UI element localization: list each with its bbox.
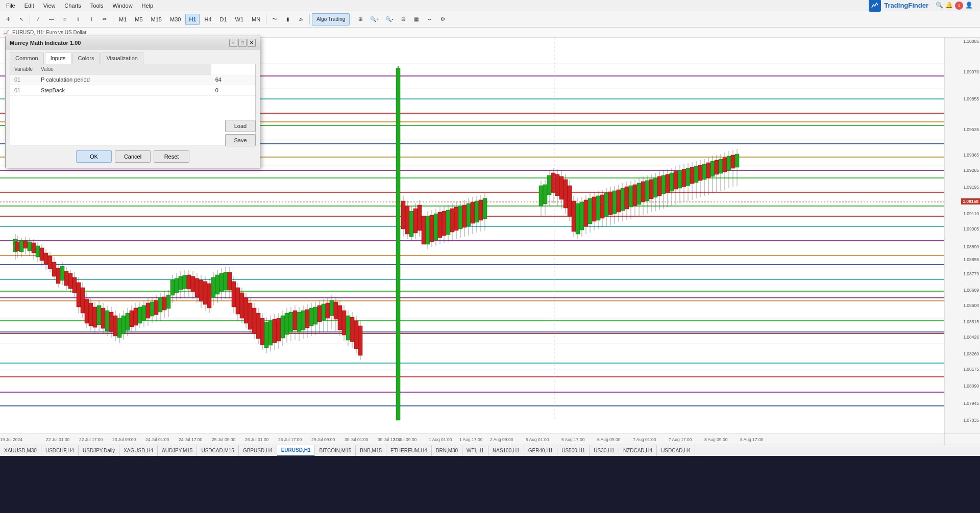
tab-us30-h1[interactable]: US30,H1 [590, 445, 619, 456]
close-button[interactable]: ✕ [248, 39, 256, 47]
menu-file[interactable]: File [2, 2, 19, 10]
tab-usdchf-h4[interactable]: USDCHF,H4 [41, 445, 79, 456]
chart-type-bar[interactable]: ▮ [282, 13, 294, 25]
channel-tool[interactable]: ⫴ [72, 13, 84, 25]
zoom-in-btn[interactable]: 🔍+ [368, 13, 382, 25]
reset-button[interactable]: Reset [154, 150, 189, 163]
indicators-btn[interactable]: ⩕ [295, 13, 307, 25]
menu-tools[interactable]: Tools [86, 2, 108, 10]
volumes-btn[interactable]: ▦ [410, 13, 423, 25]
menu-window[interactable]: Window [108, 2, 136, 10]
search-icon[interactable]: 🔍 [936, 2, 943, 10]
ok-button[interactable]: OK [76, 150, 112, 163]
svg-rect-229 [426, 216, 430, 244]
svg-rect-285 [592, 197, 596, 221]
chart-type-line[interactable]: 〜 [268, 13, 281, 25]
time-15: 1 Aug 17:00 [459, 437, 482, 442]
tf-m1[interactable]: M1 [115, 14, 130, 25]
svg-rect-205 [342, 311, 346, 335]
maximize-button[interactable]: □ [238, 39, 247, 47]
hline-tool[interactable]: ≡ [59, 13, 71, 25]
tab-usdjpy-daily[interactable]: USDJPY,Daily [79, 445, 119, 456]
menu-edit[interactable]: Edit [20, 2, 38, 10]
tab-brn-m30[interactable]: BRN,M30 [432, 445, 462, 456]
user-icon[interactable]: 👤 [965, 2, 973, 10]
tab-visualization[interactable]: Visualization [101, 53, 143, 64]
tf-h4[interactable]: H4 [201, 14, 215, 25]
objects-btn[interactable]: ⊞ [354, 13, 366, 25]
tab-bitcoin-m15[interactable]: BITCOIN,M15 [315, 445, 356, 456]
row2-value[interactable]: 0 [211, 85, 255, 96]
svg-rect-163 [256, 313, 260, 339]
load-button[interactable]: Load [225, 120, 256, 132]
tab-gbpusd-h4[interactable]: GBPUSD,H4 [239, 445, 277, 456]
tf-m30[interactable]: M30 [166, 14, 184, 25]
save-button[interactable]: Save [225, 134, 256, 146]
svg-rect-185 [301, 311, 305, 330]
algo-trading-btn[interactable]: Algo Trading [312, 13, 350, 25]
row2-idx: 01 [10, 85, 37, 96]
tf-w1[interactable]: W1 [232, 14, 248, 25]
separator-3 [266, 14, 266, 24]
menu-bar: File Edit View Charts Tools Window Help … [0, 0, 980, 11]
tab-nzdcad-h4[interactable]: NZDCAD,H4 [619, 445, 657, 456]
menu-help[interactable]: Help [138, 2, 158, 10]
price-2: 1.09970 [963, 69, 979, 74]
tab-common[interactable]: Common [10, 53, 44, 64]
draw-tool[interactable]: ✏ [99, 13, 111, 25]
tab-xagusd-h4[interactable]: XAGUSD,H4 [119, 445, 158, 456]
svg-rect-177 [285, 313, 289, 335]
svg-rect-207 [346, 316, 350, 340]
table-row: 01 StepBack 0 [10, 85, 255, 96]
tf-h1[interactable]: H1 [185, 14, 200, 25]
svg-rect-165 [260, 318, 264, 345]
tab-eurusd-h1[interactable]: EURUSD,H1 [277, 445, 315, 456]
notification-badge: 1 [955, 2, 963, 10]
tab-inputs[interactable]: Inputs [45, 53, 71, 64]
svg-rect-223 [413, 209, 418, 233]
svg-rect-61 [48, 256, 52, 269]
tab-bnb-m15[interactable]: BNB,M15 [356, 445, 386, 456]
svg-rect-353 [731, 155, 735, 168]
tf-m5[interactable]: M5 [131, 14, 146, 25]
grid-btn[interactable]: ⊟ [397, 13, 409, 25]
menu-charts[interactable]: Charts [60, 2, 85, 10]
properties-btn[interactable]: ⚙ [437, 13, 449, 25]
svg-rect-345 [715, 160, 719, 174]
chart-scale-btn[interactable]: ↔ [424, 13, 436, 25]
ray-tool[interactable]: — [45, 13, 58, 25]
menu-view[interactable]: View [39, 2, 60, 10]
tab-audjpy-m15[interactable]: AUDJPY,M15 [158, 445, 197, 456]
arrow-tool[interactable]: ↖ [15, 13, 28, 25]
tab-nas100-h1[interactable]: NAS100,H1 [488, 445, 524, 456]
notification-icon[interactable]: 🔔 [945, 2, 953, 10]
svg-rect-155 [240, 293, 244, 318]
svg-rect-127 [183, 275, 187, 289]
crosshair-tool[interactable]: ✛ [2, 13, 14, 25]
cancel-button[interactable]: Cancel [115, 150, 151, 163]
line-tool[interactable]: ⁄ [32, 13, 44, 25]
row1-value[interactable]: 64 [211, 74, 255, 85]
svg-rect-319 [662, 175, 666, 194]
tab-ethereum-h4[interactable]: ETHEREUM,H4 [386, 445, 432, 456]
tab-us500-h1[interactable]: US500,H1 [557, 445, 590, 456]
tf-mn[interactable]: MN [248, 14, 264, 25]
col-variable: Variable [10, 64, 37, 74]
svg-rect-309 [641, 182, 645, 202]
tf-m15[interactable]: M15 [148, 14, 165, 25]
zoom-out-btn[interactable]: 🔍- [383, 13, 396, 25]
tab-wti-h1[interactable]: WTI,H1 [462, 445, 488, 456]
tf-d1[interactable]: D1 [216, 14, 231, 25]
symbol-label: EURUSD, H1: Euro vs US Dollar [12, 30, 87, 35]
minimize-button[interactable]: − [229, 39, 237, 47]
tab-colors[interactable]: Colors [72, 53, 100, 64]
tab-usdcad-h4[interactable]: USDCAD,H4 [657, 445, 695, 456]
svg-rect-63 [52, 262, 56, 276]
fib-tool[interactable]: ⌇ [85, 13, 97, 25]
tab-usdcad-m15[interactable]: USDCAD,M15 [197, 445, 238, 456]
svg-rect-347 [719, 159, 723, 173]
tab-ger40-h1[interactable]: GER40,H1 [524, 445, 557, 456]
tab-xauusd-m30[interactable]: XAUUSD,M30 [0, 445, 41, 456]
svg-rect-303 [629, 186, 633, 207]
time-7: 25 Jul 09:00 [212, 437, 235, 442]
